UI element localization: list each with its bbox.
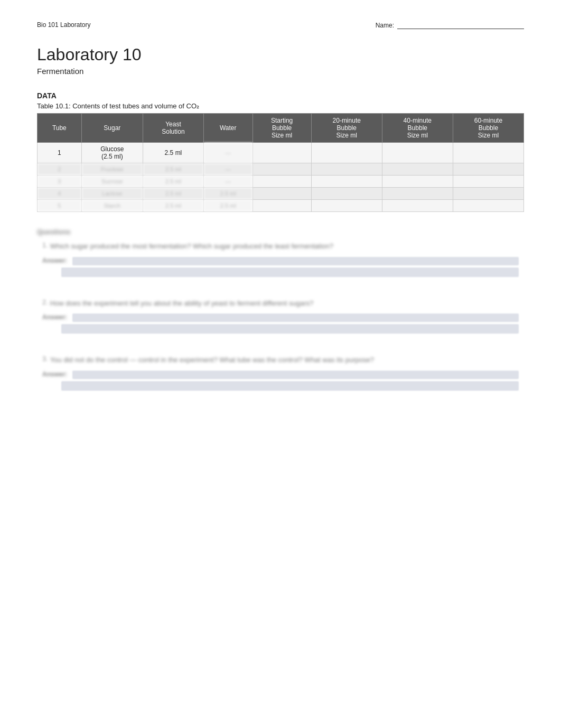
table-row: 3 Sucrose 2.5 ml — (38, 176, 524, 188)
q1-number: 1. (42, 241, 48, 249)
lab-subtitle: Fermentation (37, 67, 524, 76)
q1-text: Which sugar produced the most fermentati… (50, 241, 333, 252)
col-tube: Tube (38, 114, 82, 143)
col-20min: 20-minuteBubbleSize ml (311, 114, 382, 143)
q3-answer-line-1 (72, 371, 519, 379)
q3-answer-line-2 (61, 381, 519, 391)
name-field-row: Name: (376, 21, 524, 29)
data-section-title: DATA (37, 91, 524, 100)
q1-answer-line-2 (61, 268, 519, 277)
question-1-block: 1. Which sugar produced the most ferment… (37, 241, 524, 277)
q3-answer-label: Answer: (42, 371, 67, 378)
q3-number: 3. (42, 355, 48, 363)
name-label: Name: (376, 22, 394, 29)
q1-answer-line-1 (72, 257, 519, 265)
header: Bio 101 Laboratory Name: (37, 21, 524, 29)
table-row: 5 Starch 2.5 ml 2.5 ml (38, 200, 524, 212)
table-caption: Table 10.1: Contents of test tubes and v… (37, 102, 524, 110)
col-60min: 60-minuteBubbleSize ml (453, 114, 523, 143)
q2-number: 2. (42, 298, 48, 306)
questions-section: Questions 1. Which sugar produced the mo… (37, 228, 524, 391)
q3-text: You did not do the control — control in … (50, 355, 374, 365)
col-sugar: Sugar (81, 114, 143, 143)
question-2-block: 2. How does the experiment tell you abou… (37, 298, 524, 334)
course-label: Bio 101 Laboratory (37, 21, 90, 29)
question-3-block: 3. You did not do the control — control … (37, 355, 524, 391)
q2-answer-line-1 (72, 314, 519, 322)
col-water: Water (203, 114, 253, 143)
q2-answer-label: Answer: (42, 314, 67, 321)
col-yeast: YeastSolution (143, 114, 203, 143)
questions-title: Questions (37, 228, 71, 236)
q2-answer-line-2 (61, 324, 519, 334)
table-row: 4 Lactose 2.5 ml 2.5 ml (38, 188, 524, 200)
q1-answer-label: Answer: (42, 257, 67, 264)
data-table: Tube Sugar YeastSolution Water StartingB… (37, 113, 524, 212)
table-row: 2 Fructose 2.5 ml — (38, 163, 524, 176)
lab-title: Laboratory 10 (37, 45, 524, 64)
col-40min: 40-minuteBubbleSize ml (382, 114, 453, 143)
col-start: StartingBubbleSize ml (253, 114, 311, 143)
name-underline (397, 21, 524, 29)
table-row: 1 Glucose(2.5 ml) 2.5 ml — (38, 143, 524, 163)
q2-text: How does the experiment tell you about t… (50, 298, 313, 309)
